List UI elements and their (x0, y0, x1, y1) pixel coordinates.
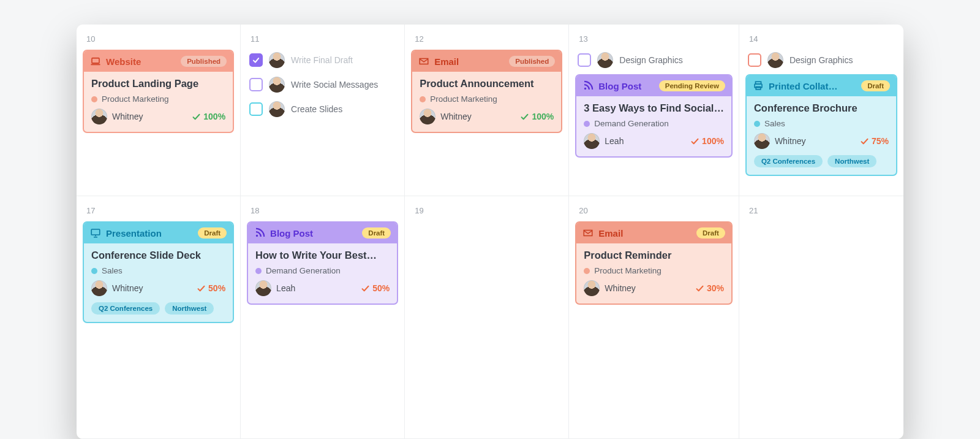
card-header: Printed Collat… Draft (747, 75, 896, 96)
card-header: Email Draft (576, 223, 731, 243)
card-type: Blog Post (270, 228, 313, 239)
check-icon (860, 137, 869, 146)
card-type: Blog Post (598, 81, 641, 91)
avatar (91, 109, 107, 124)
avatar (269, 77, 285, 93)
card-category: Product Marketing (420, 94, 554, 104)
printer-icon (753, 80, 764, 91)
content-card[interactable]: Email Published Product Announcement Pro… (411, 50, 562, 133)
avatar (584, 133, 600, 149)
checkbox[interactable] (748, 53, 761, 67)
status-badge: Pending Review (659, 80, 725, 91)
card-title: Conference Brochure (754, 102, 889, 114)
laptop-icon (90, 56, 101, 67)
day-cell[interactable]: 18 Blog Post Draft How to Write Your Bes… (241, 196, 405, 439)
task-item[interactable]: Design Graphics (745, 50, 897, 71)
card-progress: 100% (192, 112, 225, 121)
task-label: Design Graphics (619, 55, 683, 65)
content-card[interactable]: Blog Post Draft How to Write Your Best… … (247, 221, 398, 305)
status-badge: Published (181, 56, 227, 67)
checkbox[interactable] (249, 78, 263, 91)
task-label: Design Graphics (790, 55, 853, 65)
card-category: Product Marketing (91, 94, 225, 104)
avatar (269, 52, 285, 68)
day-cell[interactable]: 17 Presentation Draft Conference Slide D… (77, 196, 241, 439)
check-icon (192, 112, 201, 121)
card-owner: Leah (584, 133, 624, 149)
day-cell[interactable]: 11 Write Final Draft Write Social Messag… (241, 25, 405, 196)
category-dot-icon (91, 268, 97, 274)
day-cell[interactable]: 20 Email Draft Product Reminder Product … (569, 196, 739, 439)
task-label: Write Social Messages (291, 80, 378, 90)
card-owner: Whitney (754, 133, 806, 149)
day-cell[interactable]: 19 (405, 196, 569, 439)
rss-icon (582, 80, 594, 91)
card-owner: Whitney (420, 109, 472, 124)
card-category: Sales (91, 266, 225, 275)
day-number: 10 (86, 34, 234, 44)
checkbox[interactable] (249, 53, 263, 67)
card-title: Product Reminder (584, 250, 724, 261)
content-card[interactable]: Printed Collat… Draft Conference Brochur… (745, 74, 897, 176)
task-item[interactable]: Write Final Draft (247, 50, 398, 71)
status-badge: Published (509, 56, 555, 67)
category-dot-icon (754, 121, 760, 127)
card-type: Website (106, 56, 141, 67)
card-title: 3 Easy Ways to Find Social… (584, 102, 724, 114)
day-cell[interactable]: 12 Email Published Product Announcement … (405, 25, 569, 196)
card-owner: Whitney (91, 280, 143, 296)
day-number: 12 (415, 34, 562, 44)
check-icon (690, 137, 699, 146)
rss-icon (254, 227, 265, 239)
day-cell[interactable]: 21 (739, 196, 903, 439)
card-owner: Whitney (91, 109, 143, 124)
card-title: How to Write Your Best… (255, 250, 390, 261)
check-icon (361, 284, 370, 293)
content-card[interactable]: Presentation Draft Conference Slide Deck… (83, 221, 234, 323)
card-title: Conference Slide Deck (91, 250, 225, 261)
checkbox[interactable] (578, 53, 591, 67)
card-title: Product Landing Page (91, 78, 225, 90)
category-dot-icon (584, 121, 590, 127)
presentation-icon (90, 227, 101, 239)
card-category: Demand Generation (255, 266, 390, 275)
avatar (255, 280, 271, 296)
day-number: 19 (415, 206, 562, 215)
card-progress: 50% (197, 283, 225, 293)
card-tag[interactable]: Northwest (165, 302, 214, 315)
card-owner: Whitney (584, 280, 636, 296)
day-cell[interactable]: 10 Website Published Product Landing Pag… (77, 25, 241, 196)
checkbox[interactable] (249, 102, 263, 116)
svg-point-6 (256, 235, 258, 237)
avatar (597, 52, 613, 68)
avatar (269, 101, 285, 117)
card-title: Product Announcement (420, 78, 554, 90)
day-cell[interactable]: 14 Design Graphics Printed Collat… Draft… (739, 25, 903, 196)
content-card[interactable]: Website Published Product Landing Page P… (83, 50, 234, 133)
card-tag[interactable]: Northwest (827, 155, 876, 167)
category-dot-icon (584, 268, 590, 274)
card-type: Email (598, 228, 623, 239)
card-type: Email (434, 56, 459, 67)
content-card[interactable]: Blog Post Pending Review 3 Easy Ways to … (575, 74, 733, 158)
day-cell[interactable]: 13 Design Graphics Blog Post Pending Rev… (569, 25, 739, 196)
card-header: Email Published (412, 51, 561, 72)
day-number: 21 (749, 206, 897, 215)
card-tag[interactable]: Q2 Conferences (91, 302, 160, 315)
task-label: Write Final Draft (291, 55, 353, 65)
day-number: 14 (749, 34, 897, 44)
card-category: Product Marketing (584, 266, 724, 275)
task-item[interactable]: Write Social Messages (247, 74, 398, 95)
card-tag[interactable]: Q2 Conferences (754, 155, 823, 167)
task-item[interactable]: Create Slides (247, 99, 398, 120)
svg-rect-5 (91, 229, 100, 235)
day-number: 13 (579, 34, 733, 44)
card-header: Blog Post Draft (248, 223, 397, 243)
avatar (420, 109, 435, 124)
check-icon (695, 284, 704, 293)
content-card[interactable]: Email Draft Product Reminder Product Mar… (575, 221, 733, 305)
day-number: 17 (86, 206, 234, 215)
category-dot-icon (420, 96, 426, 102)
task-item[interactable]: Design Graphics (575, 50, 733, 71)
category-dot-icon (91, 96, 97, 102)
